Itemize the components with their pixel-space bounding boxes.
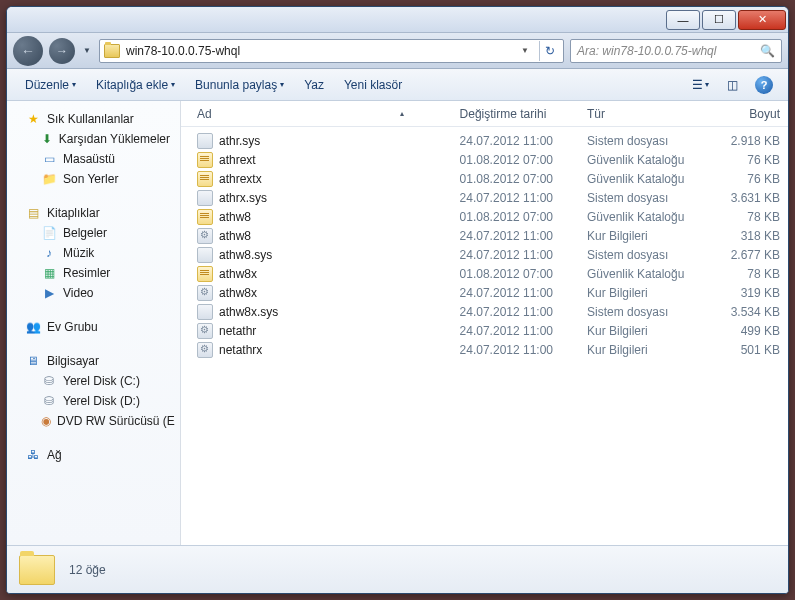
sidebar-item[interactable]: ▦Resimler <box>7 263 180 283</box>
burn-button[interactable]: Yaz <box>296 74 332 96</box>
back-button[interactable]: ← <box>13 36 43 66</box>
share-with-menu[interactable]: Bununla paylaş▾ <box>187 74 292 96</box>
close-button[interactable]: ✕ <box>738 10 786 30</box>
sidebar-item-label: Müzik <box>63 246 94 260</box>
file-size: 3.534 KB <box>708 305 788 319</box>
file-date: 24.07.2012 11:00 <box>452 324 579 338</box>
search-icon[interactable]: 🔍 <box>760 44 775 58</box>
file-name: netathrx <box>219 343 262 357</box>
sidebar: ★Sık Kullanılanlar ⬇Karşıdan Yüklemeler▭… <box>7 101 181 545</box>
sidebar-head-favorites[interactable]: ★Sık Kullanılanlar <box>7 109 180 129</box>
sidebar-item[interactable]: ⛁Yerel Disk (C:) <box>7 371 180 391</box>
sidebar-item-icon: ⛁ <box>41 393 57 409</box>
minimize-button[interactable]: — <box>666 10 700 30</box>
sidebar-item-label: Belgeler <box>63 226 107 240</box>
help-icon: ? <box>755 76 773 94</box>
file-row[interactable]: athw8.sys24.07.2012 11:00Sistem dosyası2… <box>181 245 788 264</box>
file-row[interactable]: athw8x24.07.2012 11:00Kur Bilgileri319 K… <box>181 283 788 302</box>
file-row[interactable]: athw8x01.08.2012 07:00Güvenlik Kataloğu7… <box>181 264 788 283</box>
sidebar-item-icon: ♪ <box>41 245 57 261</box>
file-row[interactable]: netathrx24.07.2012 11:00Kur Bilgileri501… <box>181 340 788 359</box>
file-row[interactable]: athrext01.08.2012 07:00Güvenlik Kataloğu… <box>181 150 788 169</box>
preview-pane-button[interactable]: ◫ <box>718 74 746 96</box>
file-date: 24.07.2012 11:00 <box>452 343 579 357</box>
file-type: Kur Bilgileri <box>579 343 708 357</box>
help-button[interactable]: ? <box>750 74 778 96</box>
homegroup-icon: 👥 <box>25 319 41 335</box>
col-header-date[interactable]: Değiştirme tarihi <box>452 107 579 121</box>
sidebar-head-computer[interactable]: 🖥Bilgisayar <box>7 351 180 371</box>
sidebar-favorites: ★Sık Kullanılanlar ⬇Karşıdan Yüklemeler▭… <box>7 109 180 189</box>
maximize-button[interactable]: ☐ <box>702 10 736 30</box>
file-name: athrx.sys <box>219 191 267 205</box>
file-size: 76 KB <box>708 172 788 186</box>
file-row[interactable]: netathr24.07.2012 11:00Kur Bilgileri499 … <box>181 321 788 340</box>
toolbar: Düzenle▾ Kitaplığa ekle▾ Bununla paylaş▾… <box>7 69 788 101</box>
search-input[interactable]: Ara: win78-10.0.0.75-whql 🔍 <box>570 39 782 63</box>
address-dropdown-icon[interactable]: ▼ <box>517 46 533 55</box>
statusbar: 12 öğe <box>7 545 788 593</box>
address-bar[interactable]: win78-10.0.0.75-whql ▼ ↻ <box>99 39 564 63</box>
file-icon <box>197 171 213 187</box>
forward-button[interactable]: → <box>49 38 75 64</box>
folder-icon <box>104 44 120 58</box>
sidebar-item-label: Yerel Disk (C:) <box>63 374 140 388</box>
column-headers: Ad▴ Değiştirme tarihi Tür Boyut <box>181 101 788 127</box>
new-folder-button[interactable]: Yeni klasör <box>336 74 410 96</box>
file-date: 01.08.2012 07:00 <box>452 172 579 186</box>
file-type: Kur Bilgileri <box>579 229 708 243</box>
file-date: 24.07.2012 11:00 <box>452 305 579 319</box>
library-icon: ▤ <box>25 205 41 221</box>
col-header-type[interactable]: Tür <box>579 107 708 121</box>
file-date: 24.07.2012 11:00 <box>452 191 579 205</box>
sidebar-item-label: Yerel Disk (D:) <box>63 394 140 408</box>
file-size: 3.631 KB <box>708 191 788 205</box>
sidebar-item-icon: 📁 <box>41 171 57 187</box>
file-name: athw8 <box>219 210 251 224</box>
refresh-button[interactable]: ↻ <box>539 41 559 61</box>
sidebar-item-icon: ▭ <box>41 151 57 167</box>
file-type: Sistem dosyası <box>579 248 708 262</box>
sidebar-item[interactable]: ♪Müzik <box>7 243 180 263</box>
file-size: 501 KB <box>708 343 788 357</box>
file-size: 78 KB <box>708 210 788 224</box>
file-row[interactable]: athw8x.sys24.07.2012 11:00Sistem dosyası… <box>181 302 788 321</box>
sidebar-item[interactable]: 📁Son Yerler <box>7 169 180 189</box>
sidebar-item[interactable]: 📄Belgeler <box>7 223 180 243</box>
col-header-size[interactable]: Boyut <box>708 107 788 121</box>
file-row[interactable]: athw801.08.2012 07:00Güvenlik Kataloğu78… <box>181 207 788 226</box>
organize-menu[interactable]: Düzenle▾ <box>17 74 84 96</box>
col-header-name[interactable]: Ad▴ <box>189 107 452 121</box>
add-to-library-menu[interactable]: Kitaplığa ekle▾ <box>88 74 183 96</box>
sidebar-item-label: Resimler <box>63 266 110 280</box>
sidebar-item[interactable]: ◉DVD RW Sürücüsü (E <box>7 411 180 431</box>
sidebar-item[interactable]: ▶Video <box>7 283 180 303</box>
sidebar-item[interactable]: ⬇Karşıdan Yüklemeler <box>7 129 180 149</box>
explorer-window: — ☐ ✕ ← → ▼ win78-10.0.0.75-whql ▼ ↻ Ara… <box>6 6 789 594</box>
file-date: 24.07.2012 11:00 <box>452 286 579 300</box>
sidebar-head-homegroup[interactable]: 👥Ev Grubu <box>7 317 180 337</box>
file-name: athw8 <box>219 229 251 243</box>
file-size: 319 KB <box>708 286 788 300</box>
view-options-button[interactable]: ☰▾ <box>686 74 714 96</box>
computer-icon: 🖥 <box>25 353 41 369</box>
file-row[interactable]: athr.sys24.07.2012 11:00Sistem dosyası2.… <box>181 131 788 150</box>
sidebar-item[interactable]: ▭Masaüstü <box>7 149 180 169</box>
window-controls: — ☐ ✕ <box>664 10 786 30</box>
nav-history-dropdown[interactable]: ▼ <box>81 36 93 66</box>
sidebar-head-network[interactable]: 🖧Ağ <box>7 445 180 465</box>
sidebar-item-label: Karşıdan Yüklemeler <box>59 132 170 146</box>
sidebar-item-icon: ▦ <box>41 265 57 281</box>
file-date: 24.07.2012 11:00 <box>452 229 579 243</box>
sidebar-item[interactable]: ⛁Yerel Disk (D:) <box>7 391 180 411</box>
file-type: Güvenlik Kataloğu <box>579 172 708 186</box>
file-icon <box>197 266 213 282</box>
file-icon <box>197 247 213 263</box>
file-row[interactable]: athw824.07.2012 11:00Kur Bilgileri318 KB <box>181 226 788 245</box>
file-row[interactable]: athrextx01.08.2012 07:00Güvenlik Kataloğ… <box>181 169 788 188</box>
sidebar-head-libraries[interactable]: ▤Kitaplıklar <box>7 203 180 223</box>
file-row[interactable]: athrx.sys24.07.2012 11:00Sistem dosyası3… <box>181 188 788 207</box>
chevron-down-icon: ▾ <box>280 80 284 89</box>
search-placeholder: Ara: win78-10.0.0.75-whql <box>577 44 760 58</box>
file-type: Kur Bilgileri <box>579 324 708 338</box>
